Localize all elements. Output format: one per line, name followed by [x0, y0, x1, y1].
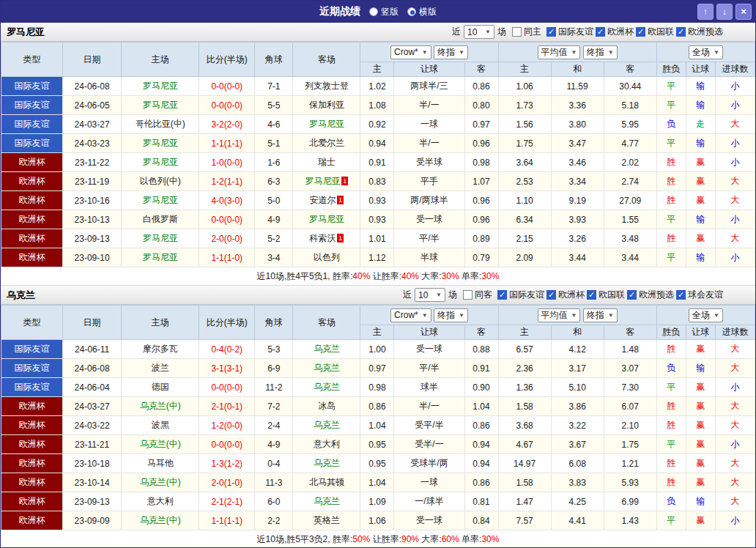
match-result-cell-text: 平 [667, 214, 675, 224]
match-row: 欧洲杯23-10-13白俄罗斯0-0(0-0)4-9罗马尼亚0.93受一球0.9… [1, 210, 755, 229]
goals-result-cell: 大 [715, 191, 755, 210]
home-team-cell: 罗马尼亚 [122, 96, 199, 115]
handicap-result-cell: 赢 [686, 473, 715, 492]
goals-result-cell: 小 [715, 378, 755, 397]
euro-final-odds-select[interactable]: 终指▼ [583, 308, 618, 322]
handicap-result-cell: 赢 [686, 191, 715, 210]
euro-home-odds-cell-text: 2.09 [516, 253, 533, 263]
goals-result-cell-text: 大 [730, 477, 739, 487]
home-team-cell-text: 乌克兰(中) [140, 439, 181, 449]
league-filter-checkbox[interactable]: 球会友谊 [676, 289, 723, 301]
match-result-cell: 负 [656, 359, 686, 378]
score-cell-text: 2-1(2-1) [211, 497, 242, 507]
asia-home-odds-cell-text: 0.97 [368, 363, 385, 374]
asia-home-odds-cell: 0.95 [360, 454, 394, 473]
scroll-up-button[interactable]: ↑ [697, 4, 714, 20]
handicap-cell: 平手 [394, 172, 464, 191]
asia-home-odds-cell: 0.95 [360, 435, 394, 454]
handicap-cell: 受一球 [394, 340, 464, 359]
layout-radio-vertical[interactable]: 竖版 [369, 6, 399, 18]
chevron-down-icon: ▼ [422, 49, 428, 56]
goals-result-cell-text: 大 [730, 344, 739, 354]
league-filter-checkbox[interactable]: 欧洲预选 [676, 26, 723, 38]
scroll-down-button[interactable]: ↓ [716, 4, 733, 20]
same-venue-checkbox[interactable]: 同主 [512, 26, 541, 38]
date-cell: 23-10-14 [63, 473, 122, 492]
asia-home-odds-cell-text: 0.95 [368, 440, 385, 450]
unit-label: 场 [497, 26, 506, 38]
layout-radio-horizontal[interactable]: 横版 [407, 6, 437, 18]
handicap-cell-text: 受一球 [416, 344, 442, 354]
euro-away-odds-cell: 2.02 [604, 153, 656, 172]
match-result-cell: 平 [656, 435, 686, 454]
subcol-handicap-result: 让球 [686, 62, 715, 77]
match-type-cell: 欧洲杯 [1, 416, 63, 435]
asia-home-odds-cell: 1.01 [360, 229, 394, 248]
euro-away-odds-cell: 27.09 [604, 191, 656, 210]
match-result-cell: 平 [656, 96, 686, 115]
match-count-value: 10 [418, 290, 428, 300]
euro-away-odds-cell: 1.55 [604, 210, 656, 229]
asia-final-odds-select[interactable]: 终指▼ [434, 308, 468, 322]
date-cell: 24-06-08 [63, 77, 122, 96]
euro-draw-odds-cell: 3.67 [551, 435, 604, 454]
date-cell: 23-11-22 [63, 153, 122, 172]
euro-home-odds-cell-text: 3.68 [516, 421, 533, 431]
bookmaker-select[interactable]: Crow*▼ [390, 308, 431, 322]
asia-away-odds-cell-text: 0.98 [472, 158, 489, 168]
handicap-cell-text: 受半/一 [415, 439, 443, 449]
match-type-cell: 欧洲杯 [1, 229, 63, 248]
away-team-cell: 意大利 [293, 435, 360, 454]
score-cell: 0-4(0-2) [199, 340, 255, 359]
euro-draw-odds-cell: 3.93 [551, 210, 604, 229]
same-venue-checkbox[interactable]: 同客 [463, 289, 492, 301]
euro-home-odds-cell-text: 4.67 [516, 440, 533, 450]
home-team-cell-text: 罗马尼亚 [143, 157, 178, 167]
league-filter-checkbox[interactable]: 欧国联 [636, 26, 674, 38]
subcol-euro-home: 主 [498, 62, 551, 77]
col-header-score: 比分(半场) [199, 306, 255, 340]
euro-avg-select[interactable]: 平均值▼ [538, 45, 581, 59]
match-type-cell-text: 欧洲杯 [19, 477, 45, 487]
scope-select-value: 全场 [692, 46, 710, 59]
match-count-select[interactable]: 10 ▼ [464, 25, 494, 39]
subcol-result: 胜负 [656, 62, 686, 77]
euro-draw-odds-cell: 4.12 [551, 340, 604, 359]
close-button[interactable]: × [735, 4, 752, 20]
away-team-cell: 北马其顿 [293, 473, 360, 492]
asia-home-odds-cell-text: 0.91 [368, 158, 385, 168]
match-count-select[interactable]: 10 ▼ [415, 288, 445, 302]
euro-final-odds-select[interactable]: 终指▼ [583, 45, 618, 59]
euro-home-odds-cell-text: 1.47 [516, 497, 533, 507]
date-cell-text: 23-10-18 [75, 459, 110, 469]
corner-cell-text: 5-0 [267, 196, 280, 206]
handicap-result-cell: 赢 [686, 435, 715, 454]
league-filter-checkbox[interactable]: 欧洲预选 [627, 289, 674, 301]
subcol-handicap-result: 让球 [686, 325, 715, 340]
league-filter-checkbox[interactable]: 欧洲杯 [596, 26, 634, 38]
subcol-handicap: 让球 [394, 325, 464, 340]
euro-home-odds-cell: 2.53 [498, 172, 551, 191]
titlebar-center: 近期战绩 竖版 横版 [319, 5, 437, 18]
red-card-badge: 1 [341, 177, 348, 185]
bookmaker-select[interactable]: Crow*▼ [390, 45, 431, 59]
col-header-away: 客场 [293, 42, 360, 77]
league-filter-checkbox[interactable]: 国际友谊 [497, 289, 544, 301]
radio-vertical-label: 竖版 [381, 6, 399, 18]
scope-select[interactable]: 全场▼ [689, 45, 723, 59]
league-filter-checkbox[interactable]: 欧国联 [587, 289, 625, 301]
asia-final-odds-select[interactable]: 终指▼ [434, 45, 468, 59]
home-team-cell: 以色列(中) [122, 172, 199, 191]
date-cell: 23-10-18 [63, 454, 122, 473]
scope-select[interactable]: 全场▼ [689, 308, 723, 322]
match-result-cell: 平 [656, 77, 686, 96]
handicap-result-cell: 赢 [686, 172, 715, 191]
league-filter-checkbox[interactable]: 国际友谊 [546, 26, 593, 38]
euro-draw-odds-cell-text: 4.12 [568, 344, 585, 355]
league-filter-checkbox[interactable]: 欧洲杯 [546, 289, 585, 301]
euro-away-odds-cell-text: 1.55 [622, 215, 639, 225]
euro-avg-select[interactable]: 平均值▼ [538, 308, 581, 322]
titlebar: 近期战绩 竖版 横版 ↑ ↓ × [1, 1, 755, 23]
date-cell: 23-09-09 [63, 511, 122, 530]
match-type-cell-text: 欧洲杯 [19, 515, 45, 525]
